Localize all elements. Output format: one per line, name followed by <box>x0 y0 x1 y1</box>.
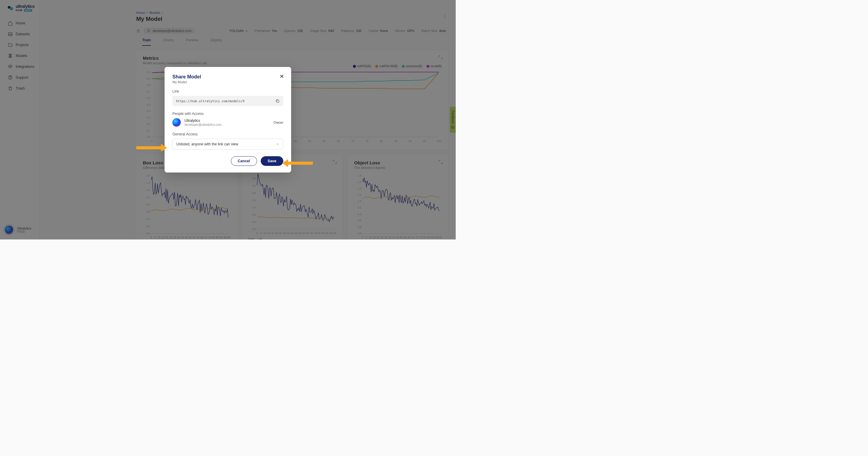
share-modal: Share Model My Model Link https://hub.ul… <box>164 67 291 172</box>
general-access-select[interactable]: Unlisted, anyone with the link can view <box>173 139 283 150</box>
select-value: Unlisted, anyone with the link can view <box>176 142 238 146</box>
access-label: People with Access <box>173 112 283 116</box>
access-role: Owner <box>274 121 283 124</box>
annotation-arrow-left <box>136 146 161 149</box>
close-icon[interactable] <box>279 74 284 79</box>
link-label: Link <box>173 89 283 93</box>
access-avatar <box>173 118 181 127</box>
chevron-down-icon <box>276 142 279 146</box>
svg-rect-140 <box>277 101 279 103</box>
modal-subtitle: My Model <box>173 80 283 84</box>
annotation-arrow-right <box>288 162 313 165</box>
link-value: https://hub.ultralytics.com/models/X <box>176 99 245 103</box>
save-button[interactable]: Save <box>261 156 283 166</box>
cancel-button[interactable]: Cancel <box>231 156 257 166</box>
access-name: Ultralytics <box>184 118 221 123</box>
modal-title: Share Model <box>173 74 283 80</box>
general-access-label: General Access <box>173 132 283 136</box>
access-email: developer@ultralytics.com <box>184 123 221 126</box>
modal-overlay[interactable]: Share Model My Model Link https://hub.ul… <box>0 0 456 239</box>
copy-icon[interactable] <box>276 99 280 103</box>
link-box: https://hub.ultralytics.com/models/X <box>173 96 283 106</box>
access-row: Ultralytics developer@ultralytics.com Ow… <box>173 118 283 127</box>
